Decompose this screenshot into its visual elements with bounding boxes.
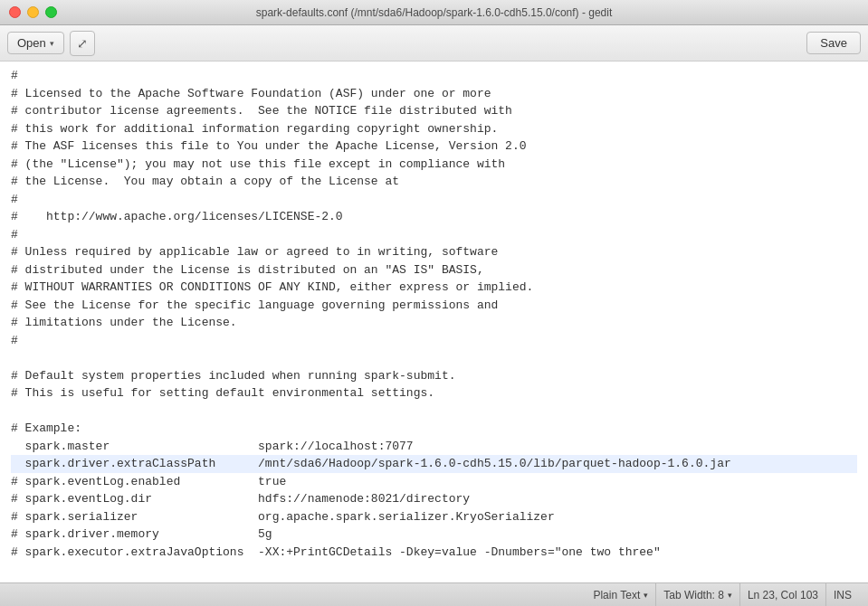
code-line: # Default system properties included whe… xyxy=(11,367,857,385)
code-line: # Unless required by applicable law or a… xyxy=(11,243,857,261)
code-line xyxy=(11,349,857,367)
window-title: spark-defaults.conf (/mnt/sda6/Hadoop/sp… xyxy=(256,6,613,19)
fullscreen-button[interactable]: ⤢ xyxy=(70,31,95,56)
title-bar: spark-defaults.conf (/mnt/sda6/Hadoop/sp… xyxy=(0,0,868,25)
code-content[interactable]: ## Licensed to the Apache Software Found… xyxy=(0,67,868,561)
code-line: spark.master spark://localhost:7077 xyxy=(11,438,857,456)
fullscreen-icon: ⤢ xyxy=(77,36,88,51)
code-line: # contributor license agreements. See th… xyxy=(11,102,857,120)
code-line: # See the License for the specific langu… xyxy=(11,297,857,315)
language-chevron-icon: ▾ xyxy=(644,591,648,600)
code-line: # spark.serializer org.apache.spark.seri… xyxy=(11,508,857,526)
minimize-button[interactable] xyxy=(27,6,39,18)
code-line: # This is useful for setting default env… xyxy=(11,384,857,402)
code-line: # xyxy=(11,332,857,350)
code-line: # (the "License"); you may not use this … xyxy=(11,156,857,174)
code-line: # xyxy=(11,67,857,85)
tab-width-chevron-icon: ▾ xyxy=(728,591,732,600)
insert-mode-section: INS xyxy=(826,583,859,606)
language-section[interactable]: Plain Text ▾ xyxy=(586,583,656,606)
code-line: # spark.eventLog.enabled true xyxy=(11,473,857,491)
save-button[interactable]: Save xyxy=(806,32,861,54)
toolbar: Open ▾ ⤢ Save xyxy=(0,25,868,62)
open-label: Open xyxy=(17,36,46,50)
code-line: # The ASF licenses this file to You unde… xyxy=(11,137,857,156)
language-label: Plain Text xyxy=(593,589,640,601)
window-controls xyxy=(9,6,57,18)
status-bar: Plain Text ▾ Tab Width: 8 ▾ Ln 23, Col 1… xyxy=(0,582,868,606)
code-line: # spark.eventLog.dir hdfs://namenode:802… xyxy=(11,490,857,508)
editor-area[interactable]: ## Licensed to the Apache Software Found… xyxy=(0,62,868,582)
code-line: # http://www.apache.org/licenses/LICENSE… xyxy=(11,208,857,226)
code-line: # limitations under the License. xyxy=(11,314,857,332)
code-line: spark.driver.extraClassPath /mnt/sda6/Ha… xyxy=(11,455,857,473)
insert-mode-label: INS xyxy=(834,589,852,601)
chevron-down-icon: ▾ xyxy=(50,39,54,48)
code-line: # xyxy=(11,191,857,209)
cursor-position: Ln 23, Col 103 xyxy=(748,589,818,601)
code-line: # WITHOUT WARRANTIES OR CONDITIONS OF AN… xyxy=(11,279,857,297)
code-line: # xyxy=(11,226,857,244)
code-line: # spark.executor.extraJavaOptions -XX:+P… xyxy=(11,544,857,562)
tab-width-label: Tab Width: 8 xyxy=(663,589,724,601)
close-button[interactable] xyxy=(9,6,21,18)
code-line: # this work for additional information r… xyxy=(11,120,857,138)
open-button[interactable]: Open ▾ xyxy=(7,32,64,54)
code-line xyxy=(11,402,857,421)
tab-width-section[interactable]: Tab Width: 8 ▾ xyxy=(656,583,740,606)
code-line: # Example: xyxy=(11,420,857,438)
cursor-position-section: Ln 23, Col 103 xyxy=(740,583,826,606)
code-line: # Licensed to the Apache Software Founda… xyxy=(11,85,857,103)
code-line: # spark.driver.memory 5g xyxy=(11,526,857,544)
code-line: # distributed under the License is distr… xyxy=(11,261,857,279)
maximize-button[interactable] xyxy=(45,6,57,18)
code-line: # the License. You may obtain a copy of … xyxy=(11,173,857,191)
